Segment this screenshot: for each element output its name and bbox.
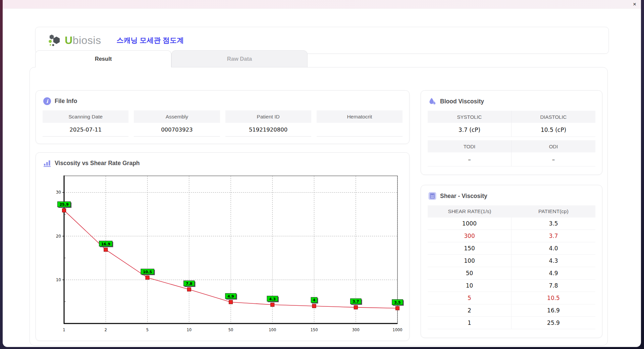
table-row: 504.9 <box>428 267 595 280</box>
table-row: 216.9 <box>428 304 595 317</box>
table-row: 10003.5 <box>428 217 595 230</box>
svg-text:10: 10 <box>56 278 61 282</box>
file-info-field-value <box>317 123 402 137</box>
patient-viscosity-cell: 3.7 <box>512 230 595 242</box>
blood-viscosity-metric-label: DIASTOLIC <box>512 111 595 123</box>
blood-viscosity-header-row: TODIODI <box>428 140 595 152</box>
info-icon: i <box>43 97 51 105</box>
desktop-background: × Ubiosis 스캐닝 모세관 점도계 Result Raw Data <box>0 0 644 349</box>
graph-title: Viscosity vs Shear Rate Graph <box>55 160 140 167</box>
svg-text:30: 30 <box>56 190 61 195</box>
file-info-field-value: 51921920800 <box>225 123 311 137</box>
result-panel: i File Info Scanning DateAssemblyPatient… <box>30 67 608 346</box>
file-info-field-value: 2025-07-11 <box>43 123 128 137</box>
blood-viscosity-metric-value: 10.5 (cP) <box>512 123 595 137</box>
svg-text:3.7: 3.7 <box>353 299 359 304</box>
shear-rate-cell: 5 <box>428 292 512 304</box>
shear-rate-cell: 10 <box>428 280 512 292</box>
blood-viscosity-header-row: SYSTOLICDIASTOLIC <box>428 111 595 123</box>
svg-text:25.9: 25.9 <box>59 202 68 207</box>
file-info-field-label: Hematocrit <box>317 110 402 123</box>
file-info-field-label: Scanning Date <box>43 110 128 123</box>
blood-viscosity-metric-value: – <box>428 152 512 166</box>
ubiosis-logo: Ubiosis <box>48 33 101 48</box>
svg-text:5: 5 <box>146 328 149 332</box>
file-info-title: File Info <box>55 98 77 105</box>
patient-viscosity-cell: 10.5 <box>512 292 595 304</box>
file-info-field-label: Patient ID <box>225 110 311 123</box>
table-row: 510.5 <box>428 292 595 304</box>
shear-rate-cell: 100 <box>428 255 512 267</box>
shear-rate-cell: 1000 <box>428 217 512 230</box>
svg-text:300: 300 <box>352 328 360 332</box>
bar-chart-icon <box>43 159 51 167</box>
ubiosis-logo-icon <box>48 33 62 48</box>
blood-viscosity-group: TODIODI–– <box>428 140 595 166</box>
blood-viscosity-value-row: 3.7 (cP)10.5 (cP) <box>428 123 595 137</box>
shear-rate-cell: 150 <box>428 242 512 254</box>
blood-viscosity-metric-value: 3.7 (cP) <box>428 123 512 137</box>
blood-viscosity-table: SYSTOLICDIASTOLIC3.7 (cP)10.5 (cP)TODIOD… <box>428 111 595 166</box>
patient-viscosity-cell: 16.9 <box>512 304 595 316</box>
file-info-card: i File Info Scanning DateAssemblyPatient… <box>36 90 410 144</box>
viscosity-chart-container: 1020301251050100150300100025.916.910.57.… <box>46 172 409 340</box>
svg-text:100: 100 <box>269 328 276 332</box>
blood-viscosity-metric-label: ODI <box>512 140 595 152</box>
svg-text:2: 2 <box>105 328 107 332</box>
patient-viscosity-cell: 4.9 <box>512 267 595 279</box>
patient-viscosity-cell: 7.8 <box>512 280 595 292</box>
svg-text:4: 4 <box>313 298 316 302</box>
file-info-header: i File Info <box>43 97 409 105</box>
table-row: 125.9 <box>428 317 595 329</box>
patient-viscosity-cell: 25.9 <box>512 317 595 329</box>
graph-header: Viscosity vs Shear Rate Graph <box>43 159 409 167</box>
ubiosis-logo-text: Ubiosis <box>65 35 101 46</box>
app-window: × Ubiosis 스캐닝 모세관 점도계 Result Raw Data <box>3 0 641 347</box>
svg-text:7.8: 7.8 <box>186 282 193 286</box>
viscosity-graph-card: Viscosity vs Shear Rate Graph 1020301251… <box>36 152 410 341</box>
svg-text:20: 20 <box>56 234 61 239</box>
svg-text:1000: 1000 <box>392 328 402 332</box>
tab-raw-data[interactable]: Raw Data <box>171 50 308 67</box>
svg-text:1: 1 <box>63 328 65 332</box>
window-close-button[interactable]: × <box>633 1 636 8</box>
blood-viscosity-card: Blood Viscosity SYSTOLICDIASTOLIC3.7 (cP… <box>421 90 602 175</box>
svg-text:3.5: 3.5 <box>394 300 401 305</box>
svg-text:4.9: 4.9 <box>227 294 234 299</box>
shear-viscosity-column-header: SHEAR RATE(1/s) <box>428 205 512 217</box>
shear-rate-cell: 2 <box>428 304 512 316</box>
app-header: Ubiosis 스캐닝 모세관 점도계 <box>35 27 609 54</box>
table-row: 107.8 <box>428 280 595 292</box>
table-row: 3003.7 <box>428 230 595 242</box>
shear-viscosity-table: SHEAR RATE(1/s)PATIENT(cp)10003.53003.71… <box>428 205 595 329</box>
table-row: 1504.0 <box>428 242 595 255</box>
blood-viscosity-header: Blood Viscosity <box>428 97 602 105</box>
shear-viscosity-column-header: PATIENT(cp) <box>512 205 595 217</box>
blood-viscosity-metric-label: SYSTOLIC <box>428 111 512 123</box>
svg-text:50: 50 <box>228 328 233 332</box>
blood-viscosity-value-row: –– <box>428 152 595 166</box>
tab-result[interactable]: Result <box>35 50 171 67</box>
svg-text:150: 150 <box>311 328 318 332</box>
file-info-field-label: Assembly <box>134 110 220 123</box>
viscosity-chart: 1020301251050100150300100025.916.910.57.… <box>46 172 407 339</box>
svg-text:10: 10 <box>186 328 192 332</box>
patient-viscosity-cell: 4.0 <box>512 242 595 254</box>
app-title: 스캐닝 모세관 점도계 <box>116 36 184 45</box>
shear-viscosity-title: Shear - Viscosity <box>440 193 487 200</box>
tab-bar: Result Raw Data <box>35 50 308 67</box>
table-row: 1004.3 <box>428 255 595 267</box>
shear-rate-cell: 1 <box>428 317 512 329</box>
svg-text:16.9: 16.9 <box>101 242 110 246</box>
calculator-icon <box>428 192 436 200</box>
window-titlebar: × <box>3 0 641 9</box>
shear-viscosity-card: Shear - Viscosity SHEAR RATE(1/s)PATIENT… <box>421 185 602 338</box>
shear-viscosity-column-headers: SHEAR RATE(1/s)PATIENT(cp) <box>428 205 595 217</box>
blood-viscosity-metric-value: – <box>512 152 595 166</box>
shear-viscosity-header: Shear - Viscosity <box>428 192 602 200</box>
svg-text:4.3: 4.3 <box>269 297 276 301</box>
patient-viscosity-cell: 4.3 <box>512 255 595 267</box>
shear-rate-cell: 50 <box>428 267 512 279</box>
blood-viscosity-title: Blood Viscosity <box>440 98 484 105</box>
file-info-field-value: 000703923 <box>134 123 220 137</box>
